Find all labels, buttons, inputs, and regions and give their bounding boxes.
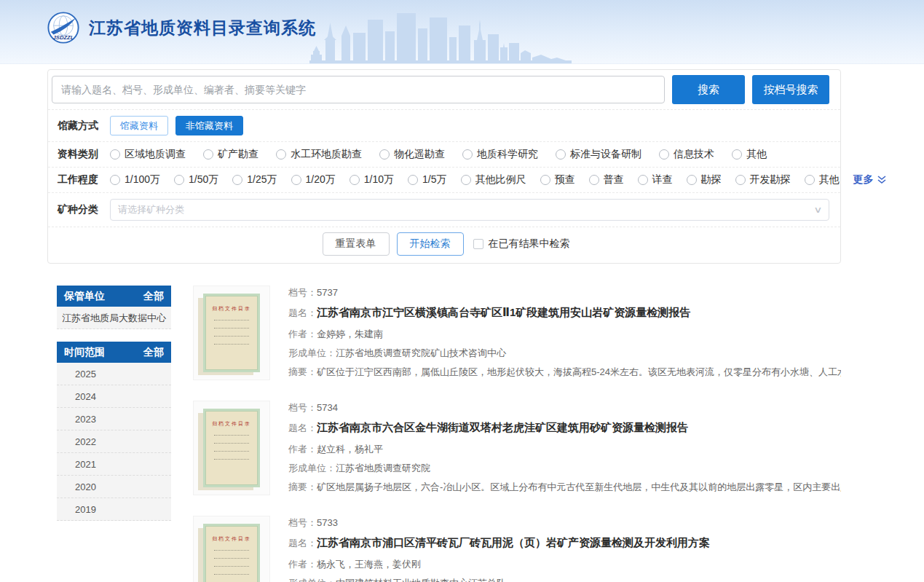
facet-item-year[interactable]: 2025 [57, 363, 171, 385]
result-thumbnail[interactable]: 归档文件目录 [193, 516, 270, 582]
radio-category-hydro-env-survey[interactable]: 水工环地质勘查 [276, 148, 362, 161]
radio-icon [276, 149, 286, 160]
collection-mode-row: 馆藏方式 馆藏资料 非馆藏资料 [48, 110, 840, 142]
radio-icon [732, 149, 742, 160]
radio-icon [350, 175, 360, 185]
radio-scale-1-100w[interactable]: 1/100万 [110, 173, 160, 186]
search-by-archive-no-button[interactable]: 按档号搜索 [752, 75, 829, 104]
result-info: 档号：5733 题名：江苏省南京市浦口区清平砖瓦厂砖瓦用泥（页）岩矿产资源量检测… [288, 516, 841, 582]
collection-in-library-button[interactable]: 馆藏资料 [110, 116, 168, 135]
radio-stage-development-exploration[interactable]: 开发勘探 [735, 173, 791, 186]
radio-icon [110, 149, 120, 160]
city-skyline-graphic [309, 11, 572, 63]
radio-scale-1-20w[interactable]: 1/20万 [291, 173, 336, 186]
radio-icon [638, 175, 648, 185]
radio-icon [379, 149, 390, 160]
keyword-search-row: 搜索 按档号搜索 [48, 70, 840, 110]
form-actions-row: 重置表单 开始检索 在已有结果中检索 [48, 227, 840, 263]
facet-item-year[interactable]: 2023 [57, 408, 171, 430]
facet-title: 时间范围 [64, 346, 105, 359]
search-within-results-checkbox[interactable] [473, 239, 483, 249]
radio-icon [462, 149, 473, 160]
start-search-button[interactable]: 开始检索 [397, 232, 464, 256]
radio-category-science-research[interactable]: 地质科学研究 [462, 148, 538, 161]
radio-category-regional-survey[interactable]: 区域地质调查 [110, 148, 186, 161]
work-degree-label: 工作程度 [58, 173, 110, 186]
facet-item-year[interactable]: 2020 [57, 476, 171, 498]
main-content: 搜索 按档号搜索 馆藏方式 馆藏资料 非馆藏资料 资料类别 区域地质调查 矿产勘… [47, 69, 841, 582]
result-title-row: 题名：江苏省南京市江宁区横溪镇高台寺矿区Ⅱ1矿段建筑用安山岩矿资源量检测报告 [288, 305, 841, 321]
archive-no-row: 档号：5737 [288, 286, 841, 299]
reset-form-button[interactable]: 重置表单 [323, 232, 390, 256]
radio-category-geophysical-survey[interactable]: 物化遥勘查 [379, 148, 445, 161]
result-title-link[interactable]: 江苏省南京市江宁区横溪镇高台寺矿区Ⅱ1矿段建筑用安山岩矿资源量检测报告 [317, 306, 690, 318]
org-value: 中国建筑材料工业地质勘查中心江苏总队 [336, 578, 506, 582]
archive-no-value: 5733 [317, 517, 338, 528]
radio-icon [805, 175, 815, 185]
collection-not-in-library-button[interactable]: 非馆藏资料 [175, 116, 243, 135]
archive-folder-image: 归档文件目录 [203, 409, 260, 487]
radio-icon [232, 175, 242, 185]
org-value: 江苏省地质调查研究院矿山技术咨询中心 [336, 347, 506, 358]
result-title-row: 题名：江苏省南京市浦口区清平砖瓦厂砖瓦用泥（页）岩矿产资源量检测及开发利用方案 [288, 535, 841, 551]
org-row: 形成单位：中国建筑材料工业地质勘查中心江苏总队 [288, 577, 841, 582]
mineral-type-select[interactable]: 请选择矿种分类 ∨ [110, 199, 829, 221]
radio-scale-1-5w[interactable]: 1/5万 [408, 173, 446, 186]
search-button[interactable]: 搜索 [672, 75, 745, 104]
search-panel: 搜索 按档号搜索 馆藏方式 馆藏资料 非馆藏资料 资料类别 区域地质调查 矿产勘… [47, 69, 841, 264]
category-row: 资料类别 区域地质调查 矿产勘查 水工环地质勘查 物化遥勘查 地质科学研究 标准… [48, 142, 840, 168]
result-title-row: 题名：江苏省南京市六合区金牛湖街道双塔村老虎洼矿区建筑用砂矿资源量检测报告 [288, 420, 841, 436]
facet-item-storage-unit[interactable]: 江苏省地质局大数据中心 [57, 307, 171, 329]
mineral-type-row: 矿种分类 请选择矿种分类 ∨ [48, 193, 840, 227]
radio-stage-exploration[interactable]: 勘探 [687, 173, 722, 186]
facet-item-year[interactable]: 2022 [57, 430, 171, 453]
facet-all-link[interactable]: 全部 [143, 346, 164, 359]
facet-item-year[interactable]: 2024 [57, 385, 171, 408]
results-section: 保管单位 全部 江苏省地质局大数据中心 时间范围 全部 2025 2024 20… [47, 286, 841, 582]
facet-storage-unit: 保管单位 全部 江苏省地质局大数据中心 [57, 286, 171, 329]
facet-sidebar: 保管单位 全部 江苏省地质局大数据中心 时间范围 全部 2025 2024 20… [57, 286, 171, 582]
radio-stage-other[interactable]: 其他 [805, 173, 840, 186]
radio-icon [110, 175, 120, 185]
archive-no-row: 档号：5733 [288, 516, 841, 529]
author-value: 赵立科，杨礼平 [317, 444, 383, 455]
radio-stage-preliminary[interactable]: 预查 [540, 173, 575, 186]
facet-storage-unit-header: 保管单位 全部 [57, 286, 171, 307]
radio-stage-detailed[interactable]: 详查 [638, 173, 673, 186]
result-info: 档号：5734 题名：江苏省南京市六合区金牛湖街道双塔村老虎洼矿区建筑用砂矿资源… [288, 401, 841, 500]
facet-time-range-header: 时间范围 全部 [57, 342, 171, 363]
facet-title: 保管单位 [64, 290, 105, 303]
category-label: 资料类别 [58, 148, 110, 161]
radio-scale-other[interactable]: 其他比例尺 [461, 173, 526, 186]
search-within-results-label[interactable]: 在已有结果中检索 [489, 237, 570, 251]
abstract-row: 摘要：矿区位于江宁区西南部，属低山丘陵区，地形起伏较大，海拔高程5-24米左右。… [288, 366, 841, 378]
facet-item-year[interactable]: 2021 [57, 453, 171, 476]
radio-category-standards-equipment[interactable]: 标准与设备研制 [556, 148, 641, 161]
author-value: 金婷婷，朱建南 [317, 329, 383, 339]
author-row: 作者：金婷婷，朱建南 [288, 328, 841, 340]
radio-stage-general[interactable]: 普查 [589, 173, 624, 186]
app-logo[interactable]: JSDZZL [47, 11, 80, 44]
facet-item-year[interactable]: 2019 [57, 498, 171, 521]
keyword-search-input[interactable] [52, 76, 665, 103]
archive-folder-title: 归档文件目录 [206, 535, 257, 543]
collection-mode-label: 馆藏方式 [58, 119, 110, 133]
radio-scale-1-10w[interactable]: 1/10万 [350, 173, 394, 186]
archive-folder-title: 归档文件目录 [206, 420, 257, 428]
result-thumbnail[interactable]: 归档文件目录 [193, 286, 270, 380]
double-chevron-down-icon [877, 176, 887, 184]
result-thumbnail[interactable]: 归档文件目录 [193, 401, 270, 495]
result-title-link[interactable]: 江苏省南京市浦口区清平砖瓦厂砖瓦用泥（页）岩矿产资源量检测及开发利用方案 [317, 536, 710, 548]
radio-category-mineral-exploration[interactable]: 矿产勘查 [203, 148, 258, 161]
abstract-row: 摘要：矿区地层属扬子地层区，六合-冶山小区。区域上分布有中元古代至新生代地层，中… [288, 481, 841, 493]
result-title-link[interactable]: 江苏省南京市六合区金牛湖街道双塔村老虎洼矿区建筑用砂矿资源量检测报告 [317, 421, 688, 433]
chevron-down-icon: ∨ [813, 205, 822, 215]
radio-category-other[interactable]: 其他 [732, 148, 767, 161]
radio-scale-1-25w[interactable]: 1/25万 [232, 173, 277, 186]
facet-all-link[interactable]: 全部 [143, 290, 164, 303]
radio-scale-1-50w[interactable]: 1/50万 [174, 173, 218, 186]
radio-category-information-tech[interactable]: 信息技术 [659, 148, 714, 161]
org-row: 形成单位：江苏省地质调查研究院 [288, 462, 841, 474]
result-list: 归档文件目录 档号：5737 题名：江苏省南京市江宁区横溪镇高台寺矿区Ⅱ1矿段建… [193, 286, 841, 582]
more-filters-link[interactable]: 更多 [853, 173, 887, 186]
